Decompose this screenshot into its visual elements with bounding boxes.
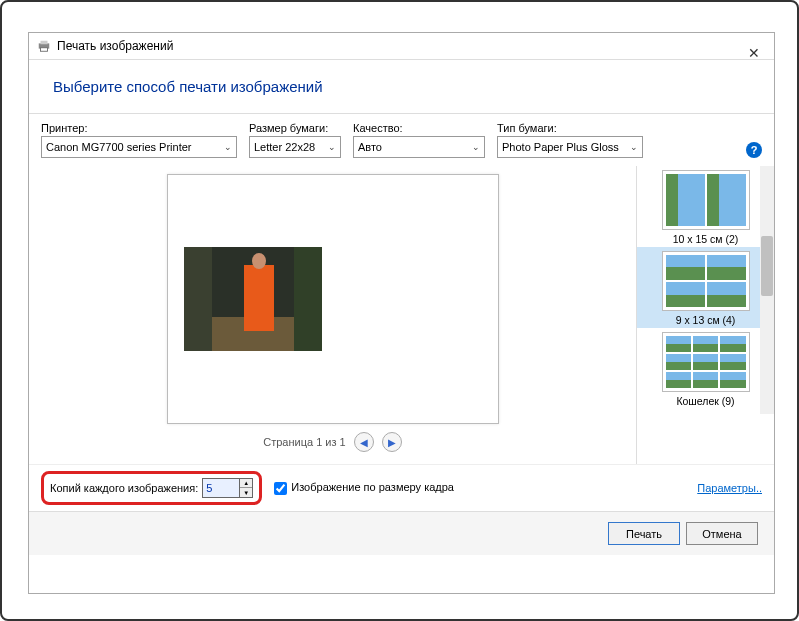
svg-rect-5 bbox=[244, 265, 274, 331]
paper-type-select[interactable]: Photo Paper Plus Gloss⌄ bbox=[497, 136, 643, 158]
layout-item-9x13[interactable]: 9 x 13 см (4) bbox=[637, 247, 774, 328]
printer-select[interactable]: Canon MG7700 series Printer⌄ bbox=[41, 136, 237, 158]
chevron-down-icon: ⌄ bbox=[630, 142, 638, 152]
copies-down-button[interactable]: ▼ bbox=[240, 488, 252, 497]
paper-size-label: Размер бумаги: bbox=[249, 122, 341, 134]
preview-page bbox=[167, 174, 499, 424]
layout-scrollbar[interactable] bbox=[760, 166, 774, 414]
page-header: Выберите способ печати изображений bbox=[53, 78, 750, 95]
copies-label: Копий каждого изображения: bbox=[50, 482, 198, 494]
titlebar: Печать изображений bbox=[29, 33, 774, 59]
next-page-button[interactable]: ▶ bbox=[382, 432, 402, 452]
printer-icon bbox=[37, 39, 51, 53]
chevron-down-icon: ⌄ bbox=[328, 142, 336, 152]
svg-rect-7 bbox=[184, 247, 212, 351]
paper-size-select[interactable]: Letter 22x28⌄ bbox=[249, 136, 341, 158]
quality-label: Качество: bbox=[353, 122, 485, 134]
chevron-down-icon: ⌄ bbox=[472, 142, 480, 152]
cancel-button[interactable]: Отмена bbox=[686, 522, 758, 545]
prev-page-button[interactable]: ◀ bbox=[354, 432, 374, 452]
printer-label: Принтер: bbox=[41, 122, 237, 134]
close-button[interactable]: ✕ bbox=[744, 43, 764, 63]
copies-input[interactable] bbox=[203, 479, 239, 497]
copies-highlight: Копий каждого изображения: ▲ ▼ bbox=[41, 471, 262, 505]
svg-rect-1 bbox=[41, 41, 48, 45]
svg-point-6 bbox=[252, 253, 266, 269]
copies-up-button[interactable]: ▲ bbox=[240, 479, 252, 488]
paper-type-label: Тип бумаги: bbox=[497, 122, 643, 134]
fit-label: Изображение по размеру кадра bbox=[291, 481, 454, 494]
preview-area: Страница 1 из 1 ◀ ▶ bbox=[29, 166, 636, 464]
layout-item-wallet[interactable]: Кошелек (9) bbox=[637, 328, 774, 409]
help-icon[interactable]: ? bbox=[746, 142, 762, 158]
window-title: Печать изображений bbox=[57, 39, 173, 53]
quality-select[interactable]: Авто⌄ bbox=[353, 136, 485, 158]
fit-checkbox[interactable] bbox=[274, 482, 287, 495]
copies-spinner[interactable]: ▲ ▼ bbox=[202, 478, 253, 498]
parameters-link[interactable]: Параметры.. bbox=[697, 482, 762, 494]
chevron-down-icon: ⌄ bbox=[224, 142, 232, 152]
svg-rect-8 bbox=[294, 247, 322, 351]
svg-rect-2 bbox=[41, 48, 48, 52]
print-button[interactable]: Печать bbox=[608, 522, 680, 545]
pager-text: Страница 1 из 1 bbox=[263, 436, 345, 448]
layout-list: 10 x 15 см (2) 9 x 13 см (4) Кошелек (9) bbox=[636, 166, 774, 464]
layout-item-10x15[interactable]: 10 x 15 см (2) bbox=[637, 166, 774, 247]
preview-photo bbox=[184, 247, 322, 351]
